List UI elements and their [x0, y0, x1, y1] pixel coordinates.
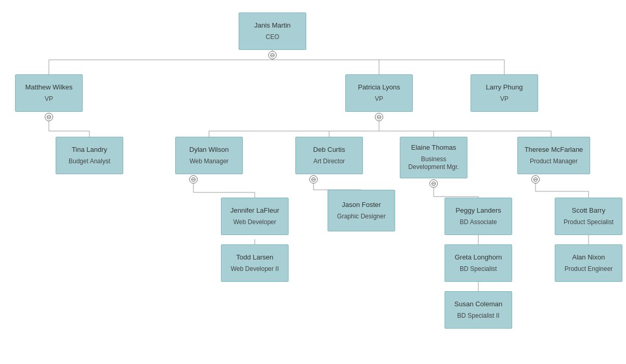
node-deb-name: Deb Curtis [313, 146, 345, 154]
node-scott-title: Product Specialist [564, 218, 614, 227]
node-therese-name: Therese McFarlane [525, 146, 583, 154]
node-tina: Tina Landry Budget Analyst [56, 137, 123, 174]
node-dylan-name: Dylan Wilson [189, 146, 229, 154]
node-jason: Jason Foster Graphic Designer [328, 190, 395, 231]
node-todd-title: Web Developer II [231, 265, 279, 274]
node-greta: Greta Longhorn BD Specialist [445, 244, 512, 282]
node-matthew-name: Matthew Wilkes [25, 83, 72, 92]
node-scott-name: Scott Barry [572, 206, 605, 215]
collapse-janis[interactable]: ⊖ [268, 51, 277, 59]
org-chart: Janis Martin CEO ⊖ Matthew Wilkes VP ⊖ P… [6, 0, 620, 21]
node-alan-name: Alan Nixon [572, 253, 605, 262]
node-susan-title: BD Specialist II [457, 312, 499, 320]
node-janis-name: Janis Martin [254, 21, 291, 30]
node-matthew-title: VP [45, 95, 53, 103]
collapse-elaine[interactable]: ⊖ [429, 179, 438, 188]
node-tina-name: Tina Landry [72, 146, 107, 154]
node-jennifer-name: Jennifer LaFleur [230, 206, 279, 215]
node-peggy-title: BD Associate [460, 218, 497, 227]
node-janis: Janis Martin CEO [239, 12, 306, 50]
collapse-therese[interactable]: ⊖ [531, 175, 540, 184]
node-matthew: Matthew Wilkes VP [15, 74, 83, 112]
node-greta-title: BD Specialist [460, 265, 497, 274]
node-jennifer-title: Web Developer [233, 218, 277, 227]
node-therese: Therese McFarlane Product Manager [517, 137, 590, 174]
node-scott: Scott Barry Product Specialist [555, 198, 622, 235]
node-patricia-title: VP [375, 95, 383, 103]
node-larry-name: Larry Phung [486, 83, 523, 92]
node-patricia: Patricia Lyons VP [345, 74, 413, 112]
node-janis-title: CEO [266, 33, 279, 42]
node-peggy-name: Peggy Landers [455, 206, 501, 215]
node-patricia-name: Patricia Lyons [358, 83, 400, 92]
node-jason-name: Jason Foster [342, 201, 381, 210]
collapse-patricia[interactable]: ⊖ [375, 113, 383, 121]
node-todd: Todd Larsen Web Developer II [221, 244, 289, 282]
node-elaine: Elaine Thomas Business Development Mgr. [400, 137, 467, 178]
node-therese-title: Product Manager [530, 158, 578, 166]
collapse-dylan[interactable]: ⊖ [189, 175, 198, 184]
node-peggy: Peggy Landers BD Associate [445, 198, 512, 235]
node-dylan-title: Web Manager [189, 158, 228, 166]
node-susan-name: Susan Coleman [454, 300, 503, 309]
node-larry-title: VP [500, 95, 508, 103]
node-dylan: Dylan Wilson Web Manager [175, 137, 243, 174]
node-larry: Larry Phung VP [471, 74, 538, 112]
node-alan-title: Product Engineer [565, 265, 613, 274]
collapse-deb[interactable]: ⊖ [309, 175, 318, 184]
node-jason-title: Graphic Designer [337, 213, 385, 221]
node-deb: Deb Curtis Art Director [295, 137, 363, 174]
node-alan: Alan Nixon Product Engineer [555, 244, 622, 282]
connectors-svg [6, 0, 620, 21]
node-deb-title: Art Director [314, 158, 345, 166]
node-todd-name: Todd Larsen [236, 253, 273, 262]
node-tina-title: Budget Analyst [69, 158, 110, 166]
node-elaine-title: Business Development Mgr. [407, 155, 461, 172]
node-jennifer: Jennifer LaFleur Web Developer [221, 198, 289, 235]
node-susan: Susan Coleman BD Specialist II [445, 291, 512, 329]
node-greta-name: Greta Longhorn [454, 253, 502, 262]
node-elaine-name: Elaine Thomas [411, 144, 456, 152]
collapse-matthew[interactable]: ⊖ [45, 113, 53, 121]
